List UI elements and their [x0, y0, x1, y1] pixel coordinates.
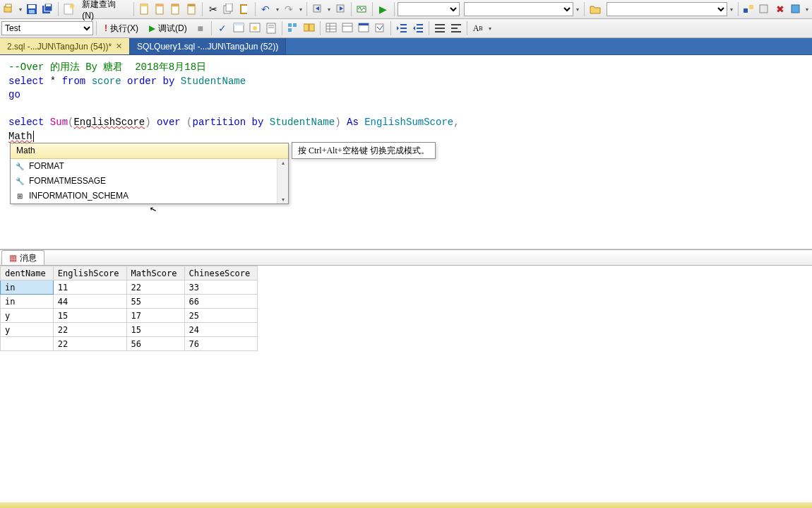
messages-tab[interactable]: ▦ 消息: [1, 250, 44, 265]
cell[interactable]: [1, 337, 54, 351]
outdent-icon[interactable]: [410, 20, 426, 36]
cell[interactable]: 66: [184, 295, 258, 309]
cell[interactable]: in: [1, 295, 54, 309]
results-grid[interactable]: dentNameEnglishScoreMathScoreChineseScor…: [0, 266, 258, 351]
plan-icon-1[interactable]: [231, 20, 246, 36]
cell[interactable]: 44: [53, 295, 126, 309]
cell[interactable]: 22: [126, 280, 184, 295]
intellisense-item[interactable]: 🔧FORMAT: [11, 159, 288, 174]
dropdown-icon[interactable]: ▾: [574, 1, 581, 17]
uncomment-icon[interactable]: [448, 20, 464, 36]
cell[interactable]: 33: [184, 280, 258, 295]
table-row[interactable]: 225676: [1, 337, 258, 351]
doc-icon-4[interactable]: [184, 1, 199, 17]
save-all-icon[interactable]: [40, 1, 55, 17]
combo-3[interactable]: [607, 2, 727, 16]
cell[interactable]: 76: [184, 337, 258, 351]
sql-editor[interactable]: --Over 的用法 By 糖君 2018年8月18日 select * fro…: [0, 55, 812, 249]
dropdown-icon[interactable]: ▾: [297, 1, 304, 17]
new-query-button[interactable]: 新建查询(N): [77, 1, 131, 17]
doc-icon-3[interactable]: [169, 1, 184, 17]
scrollbar[interactable]: ▴▾: [277, 159, 288, 203]
result-mode-2-icon[interactable]: [301, 20, 317, 36]
cell[interactable]: 17: [126, 309, 184, 323]
execute-label: 执行(X): [110, 23, 138, 35]
cell[interactable]: 55: [126, 295, 184, 309]
new-query-project-icon[interactable]: [61, 1, 76, 17]
properties-icon[interactable]: [356, 20, 371, 36]
folder-icon[interactable]: [587, 1, 602, 17]
table-row[interactable]: in445566: [1, 295, 258, 309]
intellisense-item[interactable]: 🔧FORMATMESSAGE: [11, 174, 288, 189]
tab-inactive[interactable]: SQLQuery1.sql -...JUN\TangJun (52)): [130, 38, 286, 54]
open-icon[interactable]: [1, 1, 16, 17]
dropdown-icon[interactable]: ▾: [486, 20, 494, 36]
tab-label: SQLQuery1.sql -...JUN\TangJun (52)): [137, 42, 278, 52]
save-icon[interactable]: [25, 1, 40, 17]
cell[interactable]: 15: [53, 309, 126, 323]
dropdown-icon[interactable]: ▾: [17, 1, 24, 17]
result-mode-1-icon[interactable]: [285, 20, 301, 36]
redo-icon[interactable]: ↷: [282, 1, 297, 17]
plan-icon-3[interactable]: [263, 20, 279, 36]
cell[interactable]: 15: [126, 323, 184, 337]
cell[interactable]: 22: [53, 323, 126, 337]
cell[interactable]: 11: [53, 280, 126, 295]
column-header[interactable]: dentName: [1, 266, 54, 280]
tab-active[interactable]: 2.sql -...JUN\TangJun (54))* ✕: [0, 38, 130, 54]
grid-icon-2[interactable]: [340, 20, 355, 36]
document-tab-bar: 2.sql -...JUN\TangJun (54))* ✕ SQLQuery1…: [0, 38, 812, 55]
schema-icon: ⊞: [15, 191, 25, 201]
stop-icon[interactable]: ■: [193, 20, 208, 36]
activity-icon[interactable]: [354, 1, 369, 17]
dropdown-icon[interactable]: ▾: [728, 1, 735, 17]
nav-back-icon[interactable]: [310, 1, 325, 17]
cell[interactable]: 25: [184, 309, 258, 323]
cell[interactable]: 24: [184, 323, 258, 337]
nav-fwd-icon[interactable]: [333, 1, 348, 17]
cell[interactable]: y: [1, 323, 54, 337]
results-pane: ▦ 消息 dentNameEnglishScoreMathScoreChines…: [0, 249, 812, 351]
tool-icon-2[interactable]: [757, 1, 772, 17]
database-combo[interactable]: Test: [1, 21, 93, 35]
combo-1[interactable]: [398, 2, 460, 16]
intellisense-item[interactable]: ⊞INFORMATION_SCHEMA: [11, 189, 288, 203]
combo-2[interactable]: [464, 2, 574, 16]
doc-icon-1[interactable]: [137, 1, 152, 17]
table-row[interactable]: in112233: [1, 280, 258, 295]
cell[interactable]: 22: [53, 337, 126, 351]
comment-icon[interactable]: [432, 20, 448, 36]
undo-icon[interactable]: ↶: [258, 1, 273, 17]
paste-icon[interactable]: [237, 1, 252, 17]
copy-icon[interactable]: [221, 1, 236, 17]
options-icon[interactable]: [372, 20, 388, 36]
indent-icon[interactable]: [394, 20, 410, 36]
font-icon[interactable]: AB: [470, 20, 486, 36]
intellisense-filter[interactable]: Math: [11, 143, 288, 159]
tool-icon-3[interactable]: ✖: [772, 1, 787, 17]
column-header[interactable]: ChineseScore: [184, 266, 258, 280]
tool-icon-1[interactable]: [741, 1, 756, 17]
svg-rect-26: [749, 5, 753, 9]
dropdown-icon[interactable]: ▾: [804, 1, 811, 17]
grid-icon-1[interactable]: [323, 20, 339, 36]
play-icon[interactable]: ▶: [376, 1, 390, 17]
debug-button[interactable]: ▶调试(D): [144, 20, 192, 36]
cell[interactable]: 56: [126, 337, 184, 351]
plan-icon-2[interactable]: [247, 20, 263, 36]
column-header[interactable]: MathScore: [126, 266, 184, 280]
cell[interactable]: y: [1, 309, 54, 323]
doc-icon-2[interactable]: [153, 1, 168, 17]
close-icon[interactable]: ✕: [116, 42, 122, 51]
parse-icon[interactable]: ✓: [215, 20, 230, 36]
svg-point-9: [70, 4, 74, 8]
table-row[interactable]: y221524: [1, 323, 258, 337]
execute-button[interactable]: !执行(X): [100, 20, 143, 36]
dropdown-icon[interactable]: ▾: [274, 1, 281, 17]
column-header[interactable]: EnglishScore: [53, 266, 126, 280]
dropdown-icon[interactable]: ▾: [326, 1, 333, 17]
cell[interactable]: in: [1, 280, 54, 295]
cut-icon[interactable]: ✂: [205, 1, 220, 17]
table-row[interactable]: y151725: [1, 309, 258, 323]
tool-icon-4[interactable]: [788, 1, 803, 17]
